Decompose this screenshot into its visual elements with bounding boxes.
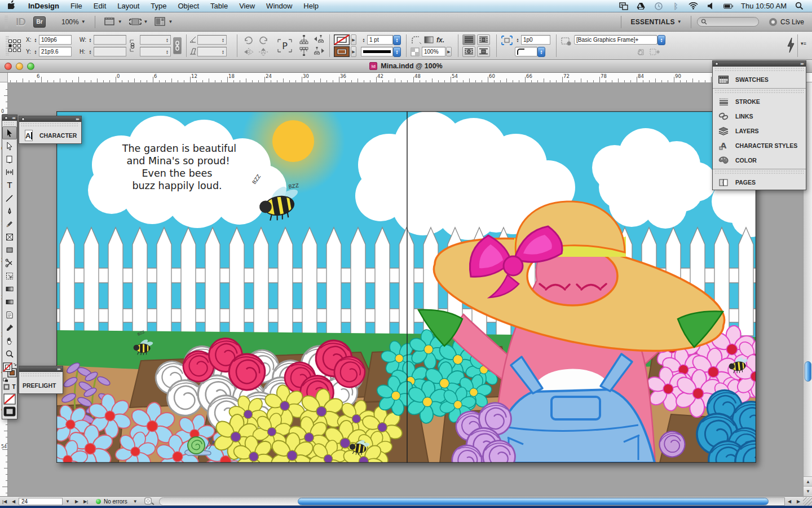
flip-horizontal-icon[interactable] — [244, 47, 254, 56]
expand-arrows-icon[interactable]: ▸▸ — [801, 62, 804, 66]
direct-selection-tool[interactable] — [2, 139, 17, 152]
dock-item-stroke[interactable]: STROKE — [713, 94, 806, 109]
gap-tool[interactable] — [2, 165, 17, 178]
corner-shape-field[interactable] — [515, 47, 537, 56]
character-panel-tab[interactable]: A CHARACTER — [19, 128, 81, 143]
page-dropdown[interactable]: ▼ — [63, 497, 72, 506]
collapse-arrows-icon[interactable]: ◂◂ — [12, 116, 15, 120]
shear-angle-field[interactable]: ▲▼ — [197, 47, 227, 56]
pasteboard[interactable]: The garden is beautiful and Mina's so pr… — [8, 82, 803, 496]
fill-stroke-proxy[interactable] — [3, 362, 16, 382]
frame-tool[interactable] — [2, 230, 17, 243]
battery-icon[interactable] — [723, 1, 733, 11]
pencil-tool[interactable] — [2, 217, 17, 230]
select-container-icon[interactable] — [299, 35, 309, 45]
google-drive-icon[interactable] — [636, 1, 646, 11]
constrain-scale-link-button[interactable] — [173, 37, 182, 54]
search-box[interactable] — [697, 17, 759, 27]
workspace-switcher[interactable]: ESSENTIALS▼ — [627, 17, 685, 27]
menu-indesign[interactable]: InDesign — [23, 0, 65, 12]
note-tool[interactable] — [2, 308, 17, 321]
zoom-tool[interactable] — [2, 347, 17, 360]
expand-arrows-icon[interactable]: ▸▸ — [76, 117, 79, 121]
scale-x-field[interactable]: ▲▼ — [140, 35, 171, 45]
character-panel-header[interactable]: ▸▸ — [19, 116, 81, 122]
time-machine-icon[interactable] — [654, 1, 663, 11]
page-number-field[interactable]: 24 — [19, 498, 63, 505]
rotate-cw-icon[interactable] — [244, 36, 254, 45]
cs-live-button[interactable]: CS Live — [769, 18, 804, 26]
select-next-object-icon[interactable] — [314, 47, 325, 56]
y-stepper[interactable]: ▲▼ — [33, 47, 38, 56]
fill-swatch-menu-button[interactable]: ▶ — [351, 46, 356, 57]
dock-item-character-styles[interactable]: A CHARACTER STYLES — [713, 138, 806, 153]
rotation-angle-field[interactable]: ▲▼ — [197, 35, 227, 45]
object-style-icon[interactable] — [561, 36, 572, 46]
last-page-button[interactable]: ▶| — [81, 497, 90, 506]
preflight-status-text[interactable]: No errors — [104, 498, 127, 505]
type-tool[interactable]: T — [2, 178, 17, 191]
no-text-wrap-button[interactable] — [462, 34, 475, 45]
opacity-menu-button[interactable]: ▶ — [446, 47, 452, 56]
menu-table[interactable]: Table — [205, 0, 233, 12]
stroke-swatch-menu-button[interactable]: ▶ — [351, 34, 356, 45]
scroll-left-arrow[interactable]: ◀ — [785, 497, 794, 506]
free-transform-tool[interactable] — [2, 269, 17, 282]
displays-icon[interactable] — [619, 1, 628, 11]
page-tool[interactable] — [2, 152, 17, 165]
stroke-type-dropdown[interactable]: ▲▼ — [393, 47, 401, 57]
object-style-dropdown[interactable]: ▲▼ — [657, 35, 665, 45]
h-stepper[interactable]: ▲▼ — [87, 47, 93, 56]
wrap-around-bounding-box-button[interactable] — [477, 34, 490, 45]
x-stepper[interactable]: ▲▼ — [33, 35, 38, 45]
horizontal-scrollbar-thumb[interactable] — [298, 498, 769, 505]
ruler-corner-box[interactable] — [0, 73, 8, 82]
screen-mode-button[interactable] — [2, 406, 17, 417]
select-content-icon[interactable] — [299, 47, 309, 56]
document-title-bar[interactable]: Id Mina.indd @ 100% — [0, 60, 812, 73]
wrap-around-object-shape-button[interactable] — [462, 46, 475, 57]
preflight-panel-tab[interactable]: PREFLIGHT — [19, 378, 63, 393]
window-resize-grip[interactable] — [803, 497, 812, 506]
preflight-menu-dropdown[interactable]: ▼ — [131, 497, 140, 506]
vertical-scrollbar-thumb[interactable] — [805, 361, 811, 382]
jump-object-button[interactable] — [477, 46, 490, 57]
apple-menu[interactable] — [0, 0, 23, 12]
preflight-panel-header[interactable]: ▸▸ — [19, 366, 63, 372]
dock-item-pages[interactable]: PAGES — [713, 175, 806, 190]
bluetooth-icon[interactable]: ᛒ — [671, 1, 681, 11]
menu-help[interactable]: Help — [298, 0, 324, 12]
gradient-feather-tool[interactable] — [2, 295, 17, 308]
dock-item-color[interactable]: COLOR — [713, 153, 806, 168]
volume-icon[interactable] — [706, 1, 716, 11]
menu-window[interactable]: Window — [261, 0, 298, 12]
reference-point-proxy[interactable] — [8, 39, 21, 52]
line-tool[interactable] — [2, 191, 17, 204]
document-spread[interactable]: The garden is beautiful and Mina's so pr… — [56, 111, 756, 463]
rectangle-tool[interactable] — [2, 243, 17, 256]
menu-type[interactable]: Type — [145, 0, 172, 12]
menu-view[interactable]: View — [233, 0, 261, 12]
arrange-documents-dropdown[interactable]: ▼ — [151, 16, 176, 28]
hand-tool[interactable] — [2, 334, 17, 347]
selection-tool[interactable] — [2, 126, 17, 139]
scroll-up-arrow[interactable]: ▲ — [804, 476, 812, 486]
rotate-ccw-icon[interactable] — [258, 36, 268, 45]
horizontal-scrollbar[interactable] — [159, 497, 785, 506]
y-field[interactable]: 21p9.6 — [39, 47, 72, 56]
horizontal-ruler[interactable]: 606121824303642485460667278849096 — [0, 73, 812, 82]
previous-page-button[interactable]: ◀ — [9, 497, 18, 506]
w-field[interactable] — [94, 35, 126, 45]
pen-tool[interactable] — [2, 204, 17, 217]
apply-none-button[interactable] — [2, 393, 17, 405]
apply-to-container-icon[interactable] — [3, 384, 10, 390]
expand-arrows-icon[interactable]: ▸▸ — [58, 367, 60, 371]
scissors-tool[interactable] — [2, 256, 17, 269]
opacity-field[interactable]: 100% — [422, 47, 445, 56]
panel-menu-icon[interactable]: ▾≡ — [801, 41, 806, 46]
apply-to-toggles[interactable]: T — [2, 384, 17, 392]
frame-fitting-field[interactable]: 1p0 — [521, 35, 550, 45]
fill-color-swatch[interactable] — [334, 46, 350, 57]
zoom-level-dropdown[interactable]: 100%▼ — [58, 17, 89, 27]
stroke-weight-stepper[interactable]: ▲▼ — [361, 35, 367, 45]
